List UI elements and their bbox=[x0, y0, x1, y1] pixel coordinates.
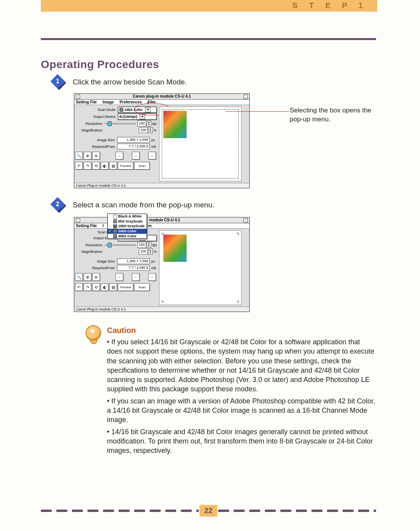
corner-mark-icon bbox=[236, 300, 239, 302]
color-swatch-icon bbox=[119, 108, 123, 112]
footer-dash-right bbox=[218, 510, 376, 512]
corner-mark-icon bbox=[162, 233, 164, 235]
caution-heading: Caution bbox=[107, 325, 376, 336]
zoom-out-icon[interactable]: ⊖ bbox=[92, 273, 100, 281]
footer: 22 bbox=[41, 505, 376, 517]
tone-icon[interactable]: ◐ bbox=[101, 162, 108, 170]
preview-button[interactable]: Preview bbox=[118, 162, 133, 170]
fit-icon[interactable]: ▫ bbox=[116, 152, 123, 159]
fit-icon[interactable]: ▫ bbox=[116, 273, 123, 281]
rotate-right-icon[interactable]: ↷ bbox=[84, 283, 91, 291]
popup-item-48bit-color[interactable]: 48bit Color bbox=[108, 234, 147, 239]
chevron-down-icon[interactable]: ▾ bbox=[140, 114, 145, 119]
rotate-left-icon[interactable]: ↶ bbox=[75, 283, 83, 291]
zoom-actual-icon[interactable]: ⊕ bbox=[84, 152, 91, 159]
resolution-stepper[interactable]: ▴▾ bbox=[147, 121, 151, 126]
menu-image-partial[interactable]: I bbox=[103, 224, 104, 228]
menu-setting-file[interactable]: Setting File bbox=[76, 224, 97, 228]
close-icon[interactable] bbox=[76, 218, 80, 223]
mirror-icon[interactable]: ⟲ bbox=[92, 283, 100, 291]
caution-bullet-3: 14/16 bit Grayscale and 42/48 bit Color … bbox=[107, 427, 376, 456]
menubar-2: Setting File I Film bbox=[74, 223, 249, 229]
image-size-value: 1,386 × 1,899 bbox=[117, 137, 150, 143]
resolution-slider[interactable] bbox=[105, 244, 136, 246]
step-1-badge: 1 bbox=[52, 76, 66, 89]
corner-mark-icon bbox=[162, 300, 164, 302]
preview-thumbnail bbox=[163, 111, 187, 138]
status-bar: Canon Plug-in module CS-U 4.1 bbox=[74, 183, 249, 188]
page-title: Operating Procedures bbox=[41, 58, 376, 71]
chevron-down-icon[interactable]: ▾ bbox=[145, 107, 150, 112]
scan-button[interactable]: Scan bbox=[134, 283, 150, 291]
resolution-input[interactable]: 180 bbox=[137, 242, 146, 248]
zoom-icon[interactable] bbox=[243, 218, 248, 223]
resolution-slider[interactable] bbox=[105, 123, 136, 124]
auto-icon[interactable]: ▫ bbox=[132, 273, 140, 281]
callout-text: Selecting the box opens the pop-up menu. bbox=[290, 106, 383, 124]
plugin-window: Canon plug-in module CS-U 4.1 Setting Fi… bbox=[74, 93, 250, 188]
preview-thumbnail bbox=[163, 235, 187, 262]
resolution-unit: dpi bbox=[152, 122, 157, 126]
tone-icon[interactable]: ◐ bbox=[101, 283, 108, 291]
callout-leader bbox=[226, 111, 289, 112]
caution-block: Caution If you select 14/16 bit Grayscal… bbox=[41, 325, 376, 458]
magnification-stepper[interactable]: ▴▾ bbox=[148, 127, 153, 133]
screenshot-1: Canon plug-in module CS-U 4.1 Setting Fi… bbox=[74, 93, 376, 188]
scan-mode-popup[interactable]: Black & White 8bit GrayScale 16bit GrayS… bbox=[107, 214, 147, 239]
histogram-icon[interactable]: ▤ bbox=[109, 162, 117, 170]
scan-button[interactable]: Scan bbox=[134, 162, 150, 170]
corner-mark-icon bbox=[236, 233, 239, 235]
resolution-label: Resolution: bbox=[75, 122, 105, 126]
mirror-icon[interactable]: ⟲ bbox=[92, 162, 100, 170]
window-titlebar-2: -in module CS-U 4.1 bbox=[74, 217, 249, 223]
output-device-combo[interactable]: BJ(180dpi) ▾ bbox=[118, 114, 157, 120]
divider bbox=[41, 38, 376, 40]
magnification-input[interactable]: 100 bbox=[139, 249, 148, 254]
status-bar-2: Canon Plug-in module CS-U 4.1 bbox=[74, 307, 249, 312]
action-toolbar: ↶ ↷ ⟲ ◐ ▤ Preview Scan bbox=[75, 162, 157, 170]
auto-icon[interactable]: ▫ bbox=[132, 152, 140, 159]
crop-icon[interactable]: ▫ bbox=[148, 273, 156, 281]
preview-area-2[interactable] bbox=[159, 230, 242, 305]
screenshot-2: Black & White 8bit GrayScale 16bit GrayS… bbox=[74, 217, 376, 312]
rotate-left-icon[interactable]: ↶ bbox=[75, 162, 83, 170]
zoom-icon[interactable] bbox=[243, 95, 248, 99]
popup-item-24bit-color[interactable]: 24bit Color bbox=[108, 229, 147, 234]
image-size-value: 1,386 × 1,899 bbox=[117, 258, 150, 264]
image-size-unit: px bbox=[151, 138, 157, 142]
action-toolbar: ↶ ↷ ⟲ ◐ ▤ Preview Scan bbox=[75, 283, 157, 291]
scan-mode-combo[interactable]: 24bit Color ▾ bbox=[118, 107, 157, 113]
popup-item-16bit-gray[interactable]: 16bit GrayScale bbox=[108, 224, 147, 229]
window-title-2: -in module CS-U 4.1 bbox=[144, 218, 180, 222]
window-titlebar: Canon plug-in module CS-U 4.1 bbox=[74, 94, 249, 100]
output-device-label: Output Device: bbox=[88, 115, 118, 119]
rotate-right-icon[interactable]: ↷ bbox=[84, 162, 91, 170]
zoom-out-icon[interactable]: ⊖ bbox=[92, 152, 100, 159]
magnification-label: Magnification: bbox=[75, 128, 105, 132]
menu-preferences[interactable]: Preferences bbox=[119, 100, 142, 104]
magnification-stepper[interactable]: ▴▾ bbox=[148, 249, 153, 254]
step-2-text: Select a scan mode from the pop-up menu. bbox=[73, 199, 214, 209]
zoom-in-icon[interactable]: 🔍 bbox=[75, 273, 83, 281]
popup-item-bw[interactable]: Black & White bbox=[108, 214, 147, 219]
crop-icon[interactable]: ▫ bbox=[148, 152, 156, 159]
required-free-value: 7.7 / 2,095.9 bbox=[117, 265, 150, 271]
required-free-label: Required/Free: bbox=[88, 145, 117, 149]
preview-button[interactable]: Preview bbox=[118, 283, 133, 291]
required-free-value: 7.7 / 2,095.9 bbox=[117, 144, 150, 149]
menu-setting-file[interactable]: Setting File bbox=[76, 100, 97, 104]
scan-mode-label: Scan Mode: bbox=[88, 108, 118, 112]
menubar: Setting File Image Preferences Film bbox=[74, 100, 249, 105]
popup-item-8bit-gray[interactable]: 8bit GrayScale bbox=[108, 219, 147, 224]
preview-area[interactable] bbox=[159, 107, 242, 181]
resolution-input[interactable]: 180 bbox=[137, 121, 146, 126]
zoom-in-icon[interactable]: 🔍 bbox=[75, 152, 83, 159]
close-icon[interactable] bbox=[76, 95, 80, 99]
histogram-icon[interactable]: ▤ bbox=[109, 283, 117, 291]
plugin-window-2: Black & White 8bit GrayScale 16bit GrayS… bbox=[74, 217, 250, 312]
resolution-stepper[interactable]: ▴▾ bbox=[147, 242, 151, 248]
caution-icon bbox=[86, 325, 101, 344]
magnification-input[interactable]: 100 bbox=[139, 127, 148, 133]
zoom-actual-icon[interactable]: ⊕ bbox=[84, 273, 91, 281]
menu-image[interactable]: Image bbox=[103, 100, 114, 104]
